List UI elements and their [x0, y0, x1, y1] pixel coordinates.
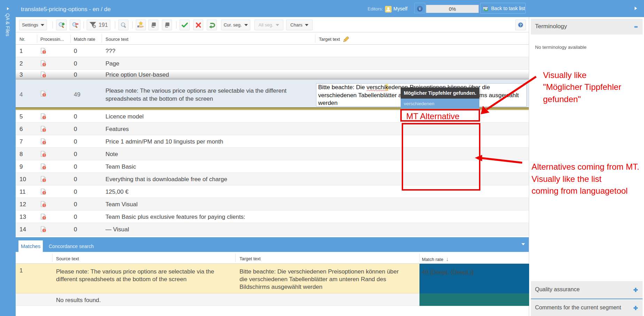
svg-text:?: ? — [519, 23, 522, 27]
